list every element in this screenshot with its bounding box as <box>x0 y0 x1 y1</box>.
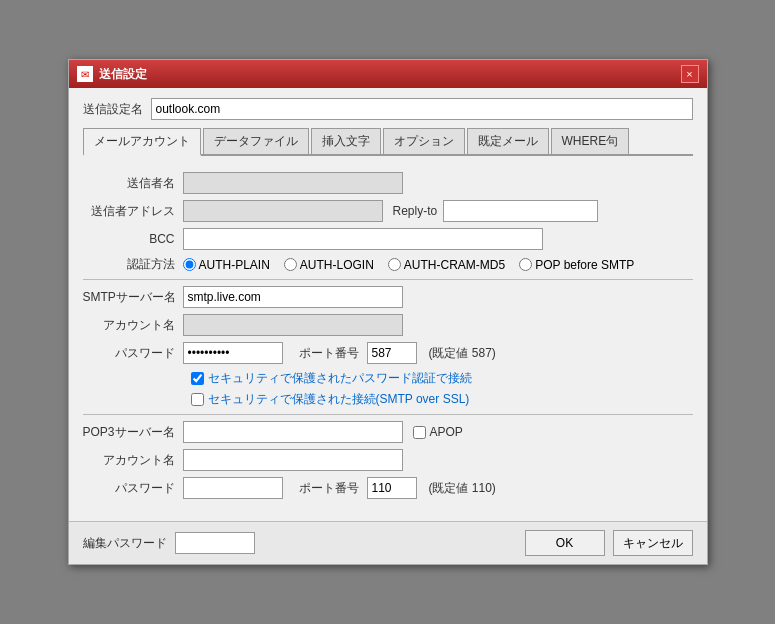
close-button[interactable]: × <box>681 65 699 83</box>
divider1 <box>83 279 693 280</box>
sender-address-input[interactable] <box>183 200 383 222</box>
pop3-password-port-row: パスワード ポート番号 (既定値 110) <box>83 477 693 499</box>
divider2 <box>83 414 693 415</box>
cancel-button[interactable]: キャンセル <box>613 530 693 556</box>
edit-password-label: 編集パスワード <box>83 535 167 552</box>
footer-left: 編集パスワード <box>83 532 255 554</box>
auth-plain-radio[interactable] <box>183 258 196 271</box>
form-section: 送信者名 送信者アドレス Reply-to BCC 認証方法 <box>83 166 693 511</box>
pop3-password-label: パスワード <box>83 480 183 497</box>
window-title: 送信設定 <box>99 66 147 83</box>
setting-name-row: 送信設定名 <box>83 98 693 120</box>
sender-address-label: 送信者アドレス <box>83 203 183 220</box>
title-bar-left: ✉ 送信設定 <box>77 66 147 83</box>
auth-plain-option[interactable]: AUTH-PLAIN <box>183 258 270 272</box>
ok-button[interactable]: OK <box>525 530 605 556</box>
tab-mail-account[interactable]: メールアカウント <box>83 128 201 156</box>
pop3-account-input[interactable] <box>183 449 403 471</box>
bcc-row: BCC <box>83 228 693 250</box>
sender-name-input[interactable] <box>183 172 403 194</box>
tab-where[interactable]: WHERE句 <box>551 128 630 154</box>
pop3-section: POP3サーバー名 APOP アカウント名 パスワード <box>83 421 693 499</box>
window-icon: ✉ <box>77 66 93 82</box>
apop-checkbox[interactable] <box>413 426 426 439</box>
auth-pop-option[interactable]: POP before SMTP <box>519 258 634 272</box>
account-name-label: アカウント名 <box>83 317 183 334</box>
tab-insert-text[interactable]: 挿入文字 <box>311 128 381 154</box>
auth-login-label: AUTH-LOGIN <box>300 258 374 272</box>
main-window: ✉ 送信設定 × 送信設定名 メールアカウント データファイル 挿入文字 オプシ… <box>68 59 708 565</box>
reply-to-section: Reply-to <box>393 200 599 222</box>
pop3-account-label: アカウント名 <box>83 452 183 469</box>
port-label: ポート番号 <box>299 345 359 362</box>
pop3-port-input[interactable] <box>367 477 417 499</box>
auth-login-option[interactable]: AUTH-LOGIN <box>284 258 374 272</box>
pop3-account-row: アカウント名 <box>83 449 693 471</box>
password-port-row: パスワード ポート番号 (既定値 587) <box>83 342 693 364</box>
sender-address-row: 送信者アドレス Reply-to <box>83 200 693 222</box>
port-default: (既定値 587) <box>429 345 496 362</box>
checkbox1[interactable] <box>191 372 204 385</box>
password-input[interactable] <box>183 342 283 364</box>
auth-label: 認証方法 <box>83 256 183 273</box>
apop-section: APOP <box>413 425 463 439</box>
title-bar: ✉ 送信設定 × <box>69 60 707 88</box>
auth-radio-group: AUTH-PLAIN AUTH-LOGIN AUTH-CRAM-MD5 POP … <box>183 258 635 272</box>
smtp-server-input[interactable] <box>183 286 403 308</box>
pop3-server-label: POP3サーバー名 <box>83 424 183 441</box>
account-name-row: アカウント名 <box>83 314 693 336</box>
password-label: パスワード <box>83 345 183 362</box>
account-name-input[interactable] <box>183 314 403 336</box>
tab-options[interactable]: オプション <box>383 128 465 154</box>
pop3-server-row: POP3サーバー名 APOP <box>83 421 693 443</box>
auth-plain-label: AUTH-PLAIN <box>199 258 270 272</box>
auth-cram-label: AUTH-CRAM-MD5 <box>404 258 505 272</box>
auth-login-radio[interactable] <box>284 258 297 271</box>
pop3-password-port-group: ポート番号 (既定値 110) <box>183 477 496 499</box>
apop-label: APOP <box>430 425 463 439</box>
tab-bar: メールアカウント データファイル 挿入文字 オプション 既定メール WHERE句 <box>83 128 693 156</box>
auth-pop-label: POP before SMTP <box>535 258 634 272</box>
pop3-server-input[interactable] <box>183 421 403 443</box>
footer: 編集パスワード OK キャンセル <box>69 521 707 564</box>
pop3-password-input[interactable] <box>183 477 283 499</box>
checkbox2-row: セキュリティで保護された接続(SMTP over SSL) <box>191 391 693 408</box>
auth-cram-option[interactable]: AUTH-CRAM-MD5 <box>388 258 505 272</box>
auth-row: 認証方法 AUTH-PLAIN AUTH-LOGIN AUTH-CRAM-MD5 <box>83 256 693 273</box>
checkbox2[interactable] <box>191 393 204 406</box>
checkbox1-label: セキュリティで保護されたパスワード認証で接続 <box>208 370 472 387</box>
bcc-label: BCC <box>83 232 183 246</box>
footer-right: OK キャンセル <box>525 530 693 556</box>
smtp-server-label: SMTPサーバー名 <box>83 289 183 306</box>
checkbox2-label: セキュリティで保護された接続(SMTP over SSL) <box>208 391 470 408</box>
edit-password-input[interactable] <box>175 532 255 554</box>
auth-cram-radio[interactable] <box>388 258 401 271</box>
password-port-group: ポート番号 (既定値 587) <box>183 342 496 364</box>
auth-pop-radio[interactable] <box>519 258 532 271</box>
window-content: 送信設定名 メールアカウント データファイル 挿入文字 オプション 既定メール … <box>69 88 707 521</box>
pop3-port-default: (既定値 110) <box>429 480 496 497</box>
tab-default-mail[interactable]: 既定メール <box>467 128 549 154</box>
setting-name-input[interactable] <box>151 98 693 120</box>
reply-to-input[interactable] <box>443 200 598 222</box>
bcc-input[interactable] <box>183 228 543 250</box>
sender-name-label: 送信者名 <box>83 175 183 192</box>
setting-name-label: 送信設定名 <box>83 101 143 118</box>
sender-name-row: 送信者名 <box>83 172 693 194</box>
reply-to-label: Reply-to <box>393 204 438 218</box>
tab-data-file[interactable]: データファイル <box>203 128 309 154</box>
pop3-port-label: ポート番号 <box>299 480 359 497</box>
port-input[interactable] <box>367 342 417 364</box>
checkbox1-row: セキュリティで保護されたパスワード認証で接続 <box>191 370 693 387</box>
smtp-server-row: SMTPサーバー名 <box>83 286 693 308</box>
